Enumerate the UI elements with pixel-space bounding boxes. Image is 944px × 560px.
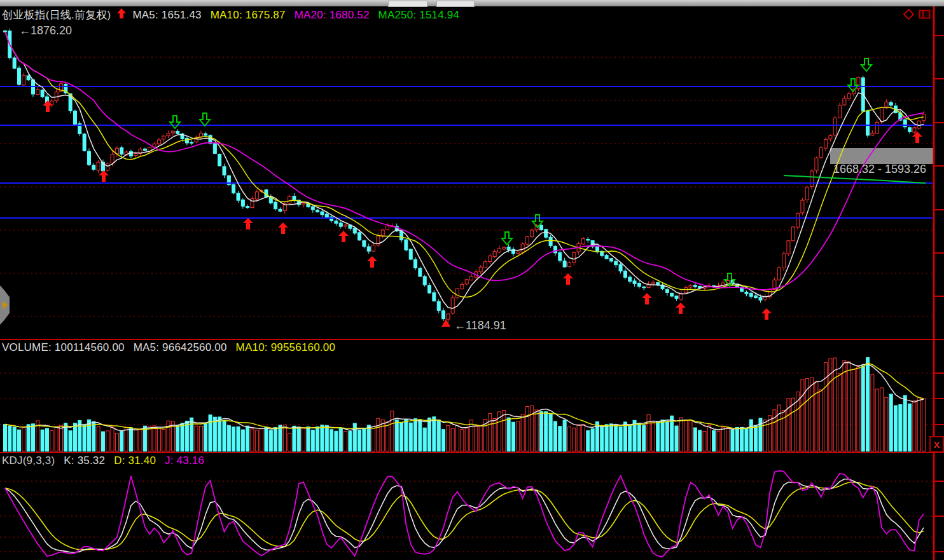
toolbar-button[interactable] [436, 1, 475, 7]
ma10-value: MA10: 1675.87 [211, 9, 286, 22]
kdj-panel-header: KDJ(9,3,3) K: 35.32 D: 31.40 J: 43.16 [2, 454, 204, 467]
ma5-value: MA5: 1651.43 [132, 9, 201, 22]
expand-right-icon [3, 301, 8, 309]
svg-text:←1876.20: ←1876.20 [19, 24, 72, 37]
close-indicator-button[interactable]: X [929, 436, 944, 453]
main-chart-header: 创业板指(日线.前复权) MA5: 1651.43 MA10: 1675.87 … [2, 8, 459, 22]
window-layout-icon[interactable] [919, 10, 931, 22]
kdj-k-value: K: 35.32 [64, 454, 105, 467]
svg-text:1668.32 - 1593.26: 1668.32 - 1593.26 [833, 163, 926, 175]
volume-panel-header: VOLUME: 100114560.00 MA5: 96642560.00 MA… [2, 341, 335, 354]
kdj-title: KDJ(9,3,3) [2, 454, 55, 467]
trading-app-window: ←1876.20←1184.911668.32 - 1593.26 创业板指(日… [0, 0, 944, 560]
toolbar-strip [0, 0, 944, 6]
kdj-d-value: D: 31.40 [114, 454, 156, 467]
diamond-marker-icon[interactable] [903, 9, 914, 22]
trend-up-icon [117, 8, 126, 22]
ma250-value: MA250: 1514.94 [378, 9, 460, 22]
volume-value: VOLUME: 100114560.00 [2, 341, 125, 354]
volume-ma5-value: MA5: 96642560.00 [134, 341, 227, 354]
svg-text:←1184.91: ←1184.91 [454, 319, 506, 332]
ma20-value: MA20: 1680.52 [295, 9, 370, 22]
toolbar-button[interactable] [388, 1, 427, 7]
volume-ma10-value: MA10: 99556160.00 [236, 341, 336, 354]
chart-title: 创业板指(日线.前复权) [2, 8, 111, 22]
kdj-j-value: J: 43.16 [165, 454, 204, 467]
chart-canvas[interactable]: ←1876.20←1184.911668.32 - 1593.26 [0, 0, 944, 560]
